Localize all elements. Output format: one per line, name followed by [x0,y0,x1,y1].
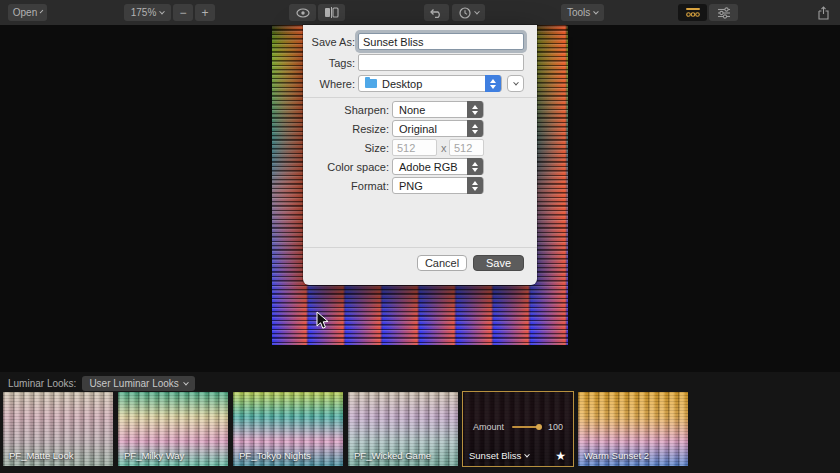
looks-collection-label: User Luminar Looks [89,378,178,389]
look-label: PF_Wicked Game [354,450,431,461]
colorspace-selected-value: Adobe RGB [399,161,458,173]
zoom-in-button[interactable]: + [195,4,215,21]
mouse-cursor [316,311,329,330]
chevron-down-icon [159,8,165,14]
slider-knob[interactable] [536,424,542,430]
look-label-text: PF_Tokyo Nights [239,450,311,461]
share-icon [817,6,830,20]
tags-label: Tags: [329,57,355,69]
select-stepper-icon [485,75,501,92]
save-as-dialog: Save As: Tags: Where: Desktop Sharpen: N… [303,25,537,285]
chevron-down-icon [593,8,598,13]
looks-filmstrip-icon [685,7,701,18]
cancel-button[interactable]: Cancel [417,255,467,271]
save-as-label: Save As: [312,36,355,48]
look-label: PF_Matte Look [9,450,73,461]
looks-strip: PF_Matte Look PF_Milky Way PF_Tokyo Nigh… [2,391,689,467]
where-selected-value: Desktop [382,78,422,90]
look-label: Warm Sunset 2 [584,450,649,461]
resize-label: Resize: [352,123,389,135]
undo-button[interactable] [424,4,449,21]
sharpen-selected-value: None [399,104,425,116]
look-thumbnail[interactable]: PF_Milky Way [117,391,229,467]
looks-panel-title: Luminar Looks: [8,378,76,389]
share-export-button[interactable] [812,4,834,21]
tools-button[interactable]: Tools [561,4,604,21]
save-button[interactable]: Save [473,255,524,271]
compare-button[interactable] [318,4,345,21]
look-label-text: Sunset Bliss [469,450,521,461]
look-thumbnail[interactable]: PF_Wicked Game [347,391,459,467]
look-thumbnail[interactable]: Warm Sunset 2 [577,391,689,467]
edit-panel-toggle-button[interactable] [709,4,738,21]
plus-icon: + [201,6,208,20]
open-button-label: Open [13,7,37,18]
look-amount-value: 100 [548,422,563,432]
look-label-text: Warm Sunset 2 [584,450,649,461]
size-separator: x [441,142,447,154]
zoom-level-value: 175% [131,7,157,18]
look-amount-label: Amount [473,422,504,432]
format-selected-value: PNG [399,180,423,192]
colorspace-label: Color space: [327,161,389,173]
where-label: Where: [320,78,355,90]
expand-dialog-button[interactable] [507,75,524,92]
resize-selected-value: Original [399,123,437,135]
divider [303,97,537,98]
chevron-down-icon [40,9,44,13]
sharpen-label: Sharpen: [344,104,389,116]
format-label: Format: [351,180,389,192]
chevron-down-icon [183,379,189,385]
look-label: PF_Milky Way [124,450,184,461]
select-stepper-icon [467,177,483,194]
size-height-input[interactable] [449,139,484,156]
zoom-level-dropdown[interactable]: 175% [124,4,171,21]
looks-panel-toggle-button[interactable] [678,4,707,21]
look-thumbnail[interactable]: PF_Matte Look [2,391,114,467]
colorspace-select[interactable]: Adobe RGB [392,158,484,175]
canvas-area: Save As: Tags: Where: Desktop Sharpen: N… [0,25,840,372]
top-toolbar: Open 175% − + [0,0,840,25]
application-window: Open 175% − + [0,0,840,473]
select-stepper-icon [467,158,483,175]
looks-panel-header: Luminar Looks: User Luminar Looks [8,376,195,391]
size-width-input[interactable] [392,139,437,156]
look-amount-slider[interactable] [512,426,540,428]
look-thumbnail[interactable]: PF_Tokyo Nights [232,391,344,467]
open-button[interactable]: Open [8,4,47,21]
preview-toggle-button[interactable] [289,4,316,21]
save-as-input[interactable] [358,33,524,50]
select-stepper-icon [467,120,483,137]
look-label: PF_Tokyo Nights [239,450,311,461]
tools-button-label: Tools [567,7,590,18]
compare-split-icon [324,7,339,18]
look-amount-row: Amount 100 [473,422,563,432]
zoom-out-button[interactable]: − [173,4,193,21]
chevron-down-icon [474,8,480,14]
chevron-down-icon [513,79,519,85]
where-select[interactable]: Desktop [358,75,502,92]
look-label-text: PF_Milky Way [124,450,184,461]
resize-select[interactable]: Original [392,120,484,137]
look-label: Sunset Bliss [469,450,529,461]
sliders-icon [717,7,731,19]
luminar-looks-panel: Luminar Looks: User Luminar Looks PF_Mat… [0,372,840,473]
chevron-down-icon [524,451,530,457]
look-thumbnail[interactable]: Amount 100 Sunset Bliss ★ [462,391,574,467]
sharpen-select[interactable]: None [392,101,484,118]
minus-icon: − [179,6,186,20]
look-label-text: PF_Matte Look [9,450,73,461]
size-label: Size: [365,142,389,154]
tags-input[interactable] [358,54,524,71]
folder-icon [365,79,377,88]
looks-collection-dropdown[interactable]: User Luminar Looks [82,376,194,391]
format-select[interactable]: PNG [392,177,484,194]
favorite-star-icon[interactable]: ★ [555,449,566,463]
undo-arrow-icon [430,7,443,18]
look-label-text: PF_Wicked Game [354,450,431,461]
history-button[interactable] [452,4,485,21]
select-stepper-icon [467,101,483,118]
eye-icon [296,8,310,18]
divider [303,247,537,248]
clock-history-icon [459,7,471,19]
